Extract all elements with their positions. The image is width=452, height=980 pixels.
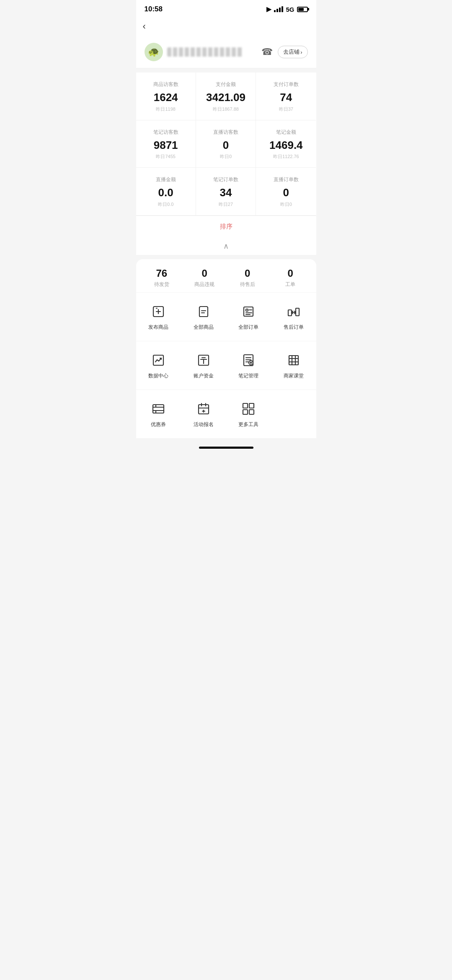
order-count-item[interactable]: 0 工单 bbox=[269, 268, 312, 288]
menu-row-3: 优惠券 活动报名 更多工具 bbox=[136, 390, 316, 439]
svg-rect-29 bbox=[153, 405, 164, 413]
stat-prev: 昨日1867.88 bbox=[201, 106, 251, 112]
service-icon[interactable]: ☎ bbox=[261, 47, 273, 57]
stat-cell: 商品访客数 1624 昨日1198 bbox=[136, 73, 196, 120]
menu-item-empty bbox=[271, 396, 316, 432]
sort-row: 排序 bbox=[136, 216, 316, 237]
avatar: 🐢 bbox=[145, 43, 163, 61]
stat-value: 74 bbox=[261, 91, 311, 104]
stat-prev: 昨日0 bbox=[201, 153, 251, 160]
activity-icon bbox=[195, 400, 212, 418]
afterSales-icon bbox=[285, 303, 302, 320]
status-icons: ▶ 5G bbox=[266, 5, 307, 13]
stat-prev: 昨日0.0 bbox=[141, 201, 191, 208]
collapse-arrow[interactable]: ∧ bbox=[136, 237, 316, 255]
battery-icon bbox=[297, 7, 308, 12]
stat-label: 直播金额 bbox=[141, 176, 191, 183]
menu-item-moreTools[interactable]: 更多工具 bbox=[226, 396, 271, 432]
publish-icon bbox=[150, 303, 167, 320]
svg-rect-43 bbox=[249, 410, 254, 414]
products-icon bbox=[195, 303, 212, 320]
order-counts: 76 待发货 0 商品违规 0 待售后 0 工单 bbox=[136, 259, 316, 293]
menu-item-activity[interactable]: 活动报名 bbox=[181, 396, 226, 432]
stat-value: 0 bbox=[201, 139, 251, 151]
moreTools-icon bbox=[240, 400, 257, 418]
stat-prev: 昨日37 bbox=[261, 106, 311, 112]
order-count-num: 0 bbox=[226, 268, 269, 279]
shop-header: 🐢 ☎ 去店铺 › bbox=[136, 38, 316, 68]
stat-label: 支付订单数 bbox=[261, 81, 311, 88]
stat-prev: 昨日7455 bbox=[141, 153, 191, 160]
stats-grid: 商品访客数 1624 昨日1198 支付金额 3421.09 昨日1867.88… bbox=[136, 73, 316, 216]
stat-value: 1624 bbox=[141, 91, 191, 104]
menu-item-products[interactable]: 全部商品 bbox=[181, 299, 226, 335]
coupon-icon bbox=[150, 400, 167, 418]
classroom-icon bbox=[285, 351, 302, 369]
account-icon bbox=[195, 351, 212, 369]
menu-label: 更多工具 bbox=[238, 421, 258, 428]
menu-item-publish[interactable]: 发布商品 bbox=[136, 299, 181, 335]
menu-item-dataCenter[interactable]: 数据中心 bbox=[136, 347, 181, 384]
menu-label: 全部订单 bbox=[238, 324, 258, 331]
stat-cell: 支付订单数 74 昨日37 bbox=[256, 73, 316, 120]
stat-cell: 直播订单数 0 昨日0 bbox=[256, 168, 316, 216]
stat-value: 9871 bbox=[141, 139, 191, 151]
menu-label: 全部商品 bbox=[194, 324, 214, 331]
location-icon: ▶ bbox=[266, 5, 271, 13]
svg-rect-42 bbox=[243, 410, 248, 414]
menu-row-2: 数据中心 账户资金 笔记管理 商家课堂 bbox=[136, 341, 316, 390]
status-bar: 10:58 ▶ 5G bbox=[136, 0, 316, 17]
order-count-num: 0 bbox=[269, 268, 312, 279]
order-count-label: 工单 bbox=[269, 281, 312, 288]
stat-prev: 昨日27 bbox=[201, 201, 251, 208]
order-count-label: 待发货 bbox=[140, 281, 183, 288]
signal-icon bbox=[274, 6, 283, 12]
order-count-label: 待售后 bbox=[226, 281, 269, 288]
stat-value: 1469.4 bbox=[261, 139, 311, 151]
menu-item-account[interactable]: 账户资金 bbox=[181, 347, 226, 384]
header: ‹ bbox=[136, 17, 316, 38]
menu-label: 活动报名 bbox=[194, 421, 214, 428]
order-count-item[interactable]: 0 待售后 bbox=[226, 268, 269, 288]
stat-value: 34 bbox=[201, 187, 251, 199]
bottom-panel: 76 待发货 0 商品违规 0 待售后 0 工单 发布商品 全部商品 bbox=[136, 259, 316, 439]
stat-cell: 笔记金额 1469.4 昨日1122.76 bbox=[256, 120, 316, 168]
go-shop-button[interactable]: 去店铺 › bbox=[278, 46, 307, 58]
stat-label: 商品访客数 bbox=[141, 81, 191, 88]
menu-label: 笔记管理 bbox=[238, 372, 258, 380]
stat-label: 笔记订单数 bbox=[201, 176, 251, 183]
menu-item-classroom[interactable]: 商家课堂 bbox=[271, 347, 316, 384]
svg-rect-24 bbox=[289, 356, 298, 365]
menu-item-noteManage[interactable]: 笔记管理 bbox=[226, 347, 271, 384]
stat-label: 笔记金额 bbox=[261, 129, 311, 136]
stat-label: 支付金额 bbox=[201, 81, 251, 88]
stat-cell: 直播访客数 0 昨日0 bbox=[196, 120, 256, 168]
order-count-item[interactable]: 0 商品违规 bbox=[183, 268, 226, 288]
stat-cell: 笔记订单数 34 昨日27 bbox=[196, 168, 256, 216]
network-label: 5G bbox=[286, 6, 294, 13]
menu-label: 优惠券 bbox=[151, 421, 166, 428]
menu-row-1: 发布商品 全部商品 全部订单 售后订单 bbox=[136, 293, 316, 341]
menu-item-coupon[interactable]: 优惠券 bbox=[136, 396, 181, 432]
stat-cell: 直播金额 0.0 昨日0.0 bbox=[136, 168, 196, 216]
order-count-item[interactable]: 76 待发货 bbox=[140, 268, 183, 288]
noteManage-icon bbox=[240, 351, 257, 369]
stats-section: 商品访客数 1624 昨日1198 支付金额 3421.09 昨日1867.88… bbox=[136, 73, 316, 255]
svg-rect-41 bbox=[249, 403, 254, 408]
menu-label: 账户资金 bbox=[194, 372, 214, 380]
sort-button[interactable]: 排序 bbox=[220, 223, 232, 230]
menu-item-afterSales[interactable]: 售后订单 bbox=[271, 299, 316, 335]
stat-cell: 支付金额 3421.09 昨日1867.88 bbox=[196, 73, 256, 120]
home-indicator bbox=[136, 439, 316, 451]
shop-name bbox=[167, 47, 243, 57]
menu-label: 商家课堂 bbox=[284, 372, 304, 380]
stat-prev: 昨日1198 bbox=[141, 106, 191, 112]
stat-value: 0.0 bbox=[141, 187, 191, 199]
menu-item-orders[interactable]: 全部订单 bbox=[226, 299, 271, 335]
shop-actions: ☎ 去店铺 › bbox=[261, 46, 307, 58]
order-count-num: 0 bbox=[183, 268, 226, 279]
stat-prev: 昨日1122.76 bbox=[261, 153, 311, 160]
menu-label: 售后订单 bbox=[284, 324, 304, 331]
status-time: 10:58 bbox=[145, 5, 163, 13]
back-button[interactable]: ‹ bbox=[143, 21, 151, 32]
